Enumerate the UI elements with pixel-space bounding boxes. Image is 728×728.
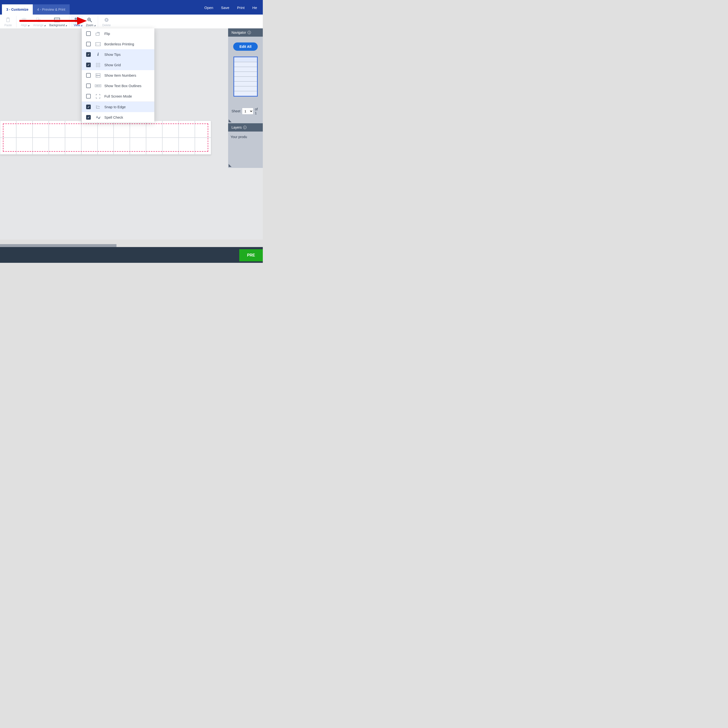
label-cell[interactable]: [146, 121, 162, 138]
toolbar: Paste Align◢ Arrange◢ Background◢ View◢ …: [0, 15, 263, 28]
label-cell[interactable]: [113, 121, 130, 138]
borderless-icon: [95, 42, 101, 47]
layers-header[interactable]: Layersi: [228, 123, 263, 132]
grid-view-icon: [75, 17, 80, 23]
label-cell[interactable]: [162, 138, 179, 154]
label-cell[interactable]: [81, 138, 98, 154]
checkbox[interactable]: [86, 105, 91, 109]
menu-print[interactable]: Print: [237, 6, 245, 10]
view-menu-full-screen-mode[interactable]: Full Screen Mode: [82, 91, 154, 101]
label-cell[interactable]: [0, 138, 16, 154]
checkbox[interactable]: [86, 42, 91, 46]
edit-all-button[interactable]: Edit All: [233, 43, 258, 51]
label-cell[interactable]: [113, 138, 130, 154]
svg-rect-17: [96, 43, 101, 46]
clipboard-icon: [6, 17, 10, 23]
footer-bar: [0, 247, 263, 263]
align-icon: [21, 17, 27, 23]
label-cell[interactable]: [146, 138, 162, 154]
label-cell[interactable]: [65, 121, 81, 138]
checkbox[interactable]: [86, 94, 91, 98]
svg-rect-5: [37, 18, 39, 20]
label-cell[interactable]: [179, 121, 195, 138]
label-cell[interactable]: [130, 138, 146, 154]
top-menu: Open Save Print He: [204, 6, 260, 15]
tab-preview-print[interactable]: 4 - Preview & Print: [33, 5, 70, 15]
label-cell[interactable]: [130, 121, 146, 138]
label-cell[interactable]: [98, 121, 114, 138]
label-cell[interactable]: [162, 121, 179, 138]
label-cell[interactable]: [65, 138, 81, 154]
top-bar: 3 - Customize 4 - Preview & Print Open S…: [0, 0, 263, 15]
menu-help[interactable]: He: [252, 6, 257, 10]
layers-message: Your produ: [231, 135, 247, 139]
flip-icon: [95, 31, 101, 36]
label-cell[interactable]: [81, 121, 98, 138]
background-icon: [54, 17, 60, 23]
checkbox[interactable]: [86, 73, 91, 78]
view-menu-borderless-printing[interactable]: Borderless Printing: [82, 39, 154, 49]
label-cell[interactable]: [179, 138, 195, 154]
sheet-selector: Sheet 1 of 1: [231, 106, 259, 120]
checkbox[interactable]: [86, 31, 91, 36]
svg-rect-16: [96, 33, 99, 35]
view-menu-show-grid[interactable]: Show Grid: [82, 60, 154, 70]
view-menu-show-tips[interactable]: iShow Tips: [82, 49, 154, 60]
preview-print-button[interactable]: PRE: [239, 249, 263, 262]
label-cell[interactable]: [49, 121, 65, 138]
svg-point-18: [96, 44, 97, 44]
label-cell[interactable]: [16, 138, 32, 154]
label-cell[interactable]: [98, 138, 114, 154]
label-cell[interactable]: [195, 121, 211, 138]
checkbox[interactable]: [86, 52, 91, 57]
menu-open[interactable]: Open: [204, 6, 213, 10]
view-menu-show-item-numbers[interactable]: 12Show Item Numbers: [82, 70, 154, 81]
menu-save[interactable]: Save: [221, 6, 229, 10]
menu-label: Full Screen Mode: [104, 95, 132, 98]
svg-rect-6: [38, 20, 40, 22]
sheet-dropdown[interactable]: 1: [242, 108, 254, 115]
resize-handle-icon[interactable]: ◣: [229, 118, 231, 123]
label-cell[interactable]: [0, 121, 16, 138]
label-cell[interactable]: [49, 138, 65, 154]
paste-button[interactable]: Paste: [2, 16, 15, 28]
horizontal-scrollbar[interactable]: [0, 244, 116, 247]
info-icon[interactable]: i: [243, 126, 246, 129]
menu-label: Show Item Numbers: [104, 73, 136, 77]
resize-handle-icon[interactable]: ◣: [229, 163, 231, 167]
arrange-icon: [36, 17, 41, 23]
menu-label: Snap to Edge: [104, 105, 126, 109]
navigator-body: Edit All Sheet 1 of 1 ◣: [228, 37, 263, 123]
background-button[interactable]: Background◢: [46, 16, 68, 28]
svg-text:1: 1: [96, 74, 97, 75]
menu-label: Borderless Printing: [104, 42, 134, 46]
menu-label: Show Text Box Outlines: [104, 84, 141, 88]
view-menu-show-text-box-outlines[interactable]: ABCDShow Text Box Outlines: [82, 81, 154, 91]
checkbox[interactable]: [86, 84, 91, 88]
spell-icon: A: [95, 115, 101, 120]
navigator-header[interactable]: Navigatori: [228, 28, 263, 37]
sidebar-right: Navigatori Edit All Sheet 1 of 1 ◣ Layer…: [228, 28, 263, 240]
arrange-button[interactable]: Arrange◢: [30, 16, 46, 28]
tab-customize[interactable]: 3 - Customize: [2, 5, 33, 15]
svg-line-10: [90, 21, 92, 22]
label-cell[interactable]: [32, 121, 49, 138]
step-tabs: 3 - Customize 4 - Preview & Print: [2, 5, 70, 15]
label-sheet[interactable]: [0, 121, 211, 154]
view-menu-flip[interactable]: Flip: [82, 28, 154, 39]
info-icon[interactable]: i: [248, 31, 251, 34]
label-cell[interactable]: [16, 121, 32, 138]
label-cell[interactable]: [32, 138, 49, 154]
zoom-button[interactable]: Zoom◢: [83, 16, 96, 28]
checkbox[interactable]: [86, 115, 91, 119]
checkbox[interactable]: [86, 63, 91, 67]
sheet-thumbnail[interactable]: [234, 57, 258, 96]
label-cell[interactable]: [195, 138, 211, 154]
menu-label: Show Tips: [104, 53, 121, 57]
view-menu-snap-to-edge[interactable]: Snap to Edge: [82, 102, 154, 112]
view-button[interactable]: View◢: [71, 16, 83, 28]
delete-button[interactable]: Delete: [99, 16, 114, 28]
view-menu-spell-check[interactable]: ASpell Check: [82, 112, 154, 122]
abcd-icon: ABCD: [95, 84, 101, 88]
align-button[interactable]: Align◢: [18, 16, 30, 28]
